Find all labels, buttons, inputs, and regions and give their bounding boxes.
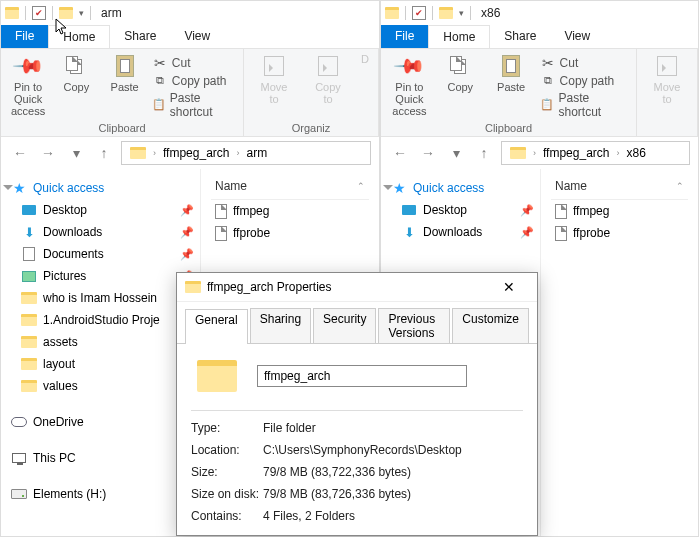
paste-shortcut-icon: 📋 (152, 97, 166, 113)
paste-button[interactable]: Paste (104, 53, 146, 120)
copy-button[interactable]: Copy (438, 53, 483, 120)
up-button[interactable]: ↑ (93, 142, 115, 164)
checkbox-icon[interactable]: ✔ (32, 6, 46, 20)
sidebar-item-downloads[interactable]: ⬇Downloads📌 (381, 221, 540, 243)
list-item[interactable]: ffmpeg (551, 200, 688, 222)
breadcrumb[interactable]: › ffmpeg_arch › x86 (501, 141, 690, 165)
folder-icon (21, 334, 37, 350)
paste-shortcut-button[interactable]: 📋Paste shortcut (152, 91, 237, 119)
folder-qat-icon[interactable] (59, 6, 73, 20)
prop-label-type: Type: (191, 421, 263, 435)
scissors-icon: ✂ (540, 55, 556, 71)
folder-icon (21, 312, 37, 328)
tab-file[interactable]: File (381, 25, 428, 48)
sidebar-item-this-pc[interactable]: This PC (1, 447, 200, 469)
copy-button[interactable]: Copy (55, 53, 97, 120)
prop-value-contains: 4 Files, 2 Folders (263, 509, 355, 523)
sidebar-item-folder[interactable]: assets (1, 331, 200, 353)
copy-to-button[interactable]: Copy to (304, 53, 352, 120)
delete-button[interactable]: D (358, 53, 372, 120)
history-dropdown-icon[interactable]: ▾ (65, 142, 87, 164)
tab-view[interactable]: View (170, 25, 224, 48)
column-header-name[interactable]: Name⌃ (211, 177, 369, 200)
tab-sharing[interactable]: Sharing (250, 308, 311, 343)
list-item[interactable]: ffprobe (551, 222, 688, 244)
folder-name-input[interactable] (257, 365, 467, 387)
sidebar-item-folder[interactable]: layout (1, 353, 200, 375)
tab-share[interactable]: Share (110, 25, 170, 48)
tab-general[interactable]: General (185, 309, 248, 344)
tab-security[interactable]: Security (313, 308, 376, 343)
dialog-title: ffmpeg_arch Properties (207, 280, 332, 294)
list-item[interactable]: ffmpeg (211, 200, 369, 222)
checkbox-icon[interactable]: ✔ (412, 6, 426, 20)
sidebar-item-downloads[interactable]: ⬇Downloads📌 (1, 221, 200, 243)
back-button[interactable]: ← (9, 142, 31, 164)
breadcrumb-item[interactable]: x86 (623, 146, 650, 160)
up-button[interactable]: ↑ (473, 142, 495, 164)
forward-button[interactable]: → (37, 142, 59, 164)
prop-label-size-on-disk: Size on disk: (191, 487, 263, 501)
move-to-button[interactable]: Move to (250, 53, 298, 120)
pin-to-quick-access-button[interactable]: 📌 Pin to Quick access (7, 53, 49, 120)
sidebar-item-desktop[interactable]: Desktop📌 (381, 199, 540, 221)
copy-to-icon (315, 53, 341, 79)
sidebar-item-desktop[interactable]: Desktop📌 (1, 199, 200, 221)
pin-to-quick-access-button[interactable]: 📌Pin to Quick access (387, 53, 432, 120)
copy-icon (63, 53, 89, 79)
tab-previous-versions[interactable]: Previous Versions (378, 308, 450, 343)
breadcrumb-item[interactable]: ffmpeg_arch (159, 146, 234, 160)
chevron-right-icon[interactable]: › (236, 148, 241, 158)
paste-shortcut-button[interactable]: 📋Paste shortcut (540, 91, 630, 119)
dialog-tabs: General Sharing Security Previous Versio… (177, 302, 537, 344)
sidebar-item-folder[interactable]: values (1, 375, 200, 397)
paste-button[interactable]: Paste (489, 53, 534, 120)
qat-dropdown-icon[interactable]: ▾ (459, 8, 464, 18)
chevron-right-icon[interactable]: › (616, 148, 621, 158)
tab-file[interactable]: File (1, 25, 48, 48)
ribbon-group-label (643, 132, 691, 134)
list-item[interactable]: ffprobe (211, 222, 369, 244)
forward-button[interactable]: → (417, 142, 439, 164)
column-header-name[interactable]: Name⌃ (551, 177, 688, 200)
cut-button[interactable]: ✂Cut (152, 55, 237, 71)
copy-path-button[interactable]: ⧉Copy path (152, 73, 237, 89)
prop-value-type: File folder (263, 421, 316, 435)
tab-share[interactable]: Share (490, 25, 550, 48)
sidebar-item-drive[interactable]: Elements (H:) (1, 483, 200, 505)
close-button[interactable]: ✕ (489, 273, 529, 301)
document-icon (21, 246, 37, 262)
folder-icon (21, 290, 37, 306)
sidebar-item-folder[interactable]: who is Imam Hossein (1, 287, 200, 309)
prop-value-location: C:\Users\SymphonyRecords\Desktop (263, 443, 462, 457)
tab-home[interactable]: Home (48, 25, 110, 48)
copy-icon (447, 53, 473, 79)
move-to-button[interactable]: Move to (643, 53, 691, 132)
qat-dropdown-icon[interactable]: ▾ (79, 8, 84, 18)
sidebar-item-onedrive[interactable]: OneDrive (1, 411, 200, 433)
tab-customize[interactable]: Customize (452, 308, 529, 343)
paste-shortcut-icon: 📋 (540, 97, 555, 113)
breadcrumb-item[interactable]: arm (243, 146, 272, 160)
tab-view[interactable]: View (550, 25, 604, 48)
prop-label-contains: Contains: (191, 509, 263, 523)
history-dropdown-icon[interactable]: ▾ (445, 142, 467, 164)
folder-qat-icon[interactable] (439, 6, 453, 20)
cut-button[interactable]: ✂Cut (540, 55, 630, 71)
copy-path-button[interactable]: ⧉Copy path (540, 73, 630, 89)
sidebar-item-quick-access[interactable]: ★Quick access (1, 177, 200, 199)
sort-asc-icon: ⌃ (357, 181, 365, 191)
tab-home[interactable]: Home (428, 25, 490, 48)
back-button[interactable]: ← (389, 142, 411, 164)
sidebar-item-pictures[interactable]: Pictures📌 (1, 265, 200, 287)
sidebar-item-quick-access[interactable]: ★Quick access (381, 177, 540, 199)
pin-icon: 📌 (396, 53, 422, 79)
breadcrumb[interactable]: › ffmpeg_arch › arm (121, 141, 371, 165)
chevron-right-icon[interactable]: › (152, 148, 157, 158)
sidebar-item-folder[interactable]: 1.AndroidStudio Proje (1, 309, 200, 331)
star-icon: ★ (11, 180, 27, 196)
chevron-right-icon[interactable]: › (532, 148, 537, 158)
desktop-icon (21, 202, 37, 218)
sidebar-item-documents[interactable]: Documents📌 (1, 243, 200, 265)
breadcrumb-item[interactable]: ffmpeg_arch (539, 146, 614, 160)
